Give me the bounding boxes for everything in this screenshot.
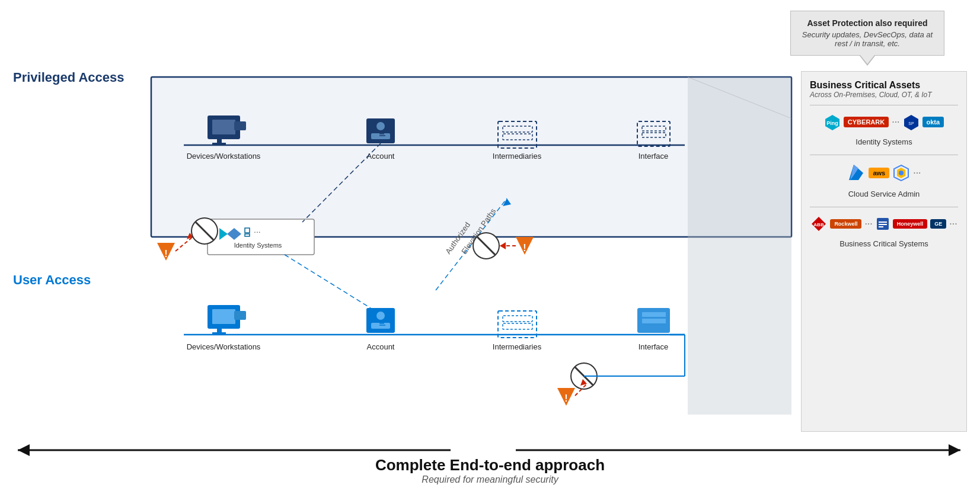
bca-title: Business Critical Assets (810, 80, 958, 91)
svg-rect-49 (366, 308, 395, 333)
svg-line-83 (477, 237, 495, 255)
gcp-icon (892, 164, 910, 182)
svg-rect-63 (208, 219, 314, 255)
svg-rect-43 (208, 305, 240, 329)
identity-more: ··· (892, 117, 899, 127)
ping-icon: Ping (824, 114, 841, 130)
svg-rect-51 (371, 323, 390, 329)
svg-rect-56 (503, 316, 532, 322)
bottom-section: Complete End-to-end approach Required fo… (0, 456, 980, 485)
svg-marker-73 (503, 198, 511, 206)
svg-rect-35 (503, 134, 532, 140)
identity-systems-section: Ping CYBERARK ··· SP okta Identity Syste… (810, 110, 958, 146)
svg-line-80 (175, 237, 193, 251)
svg-rect-45 (217, 329, 222, 332)
bcs-icon1 (876, 217, 890, 231)
svg-text:Identity Systems: Identity Systems (234, 242, 282, 249)
svg-marker-100 (949, 444, 960, 456)
svg-point-88 (571, 363, 597, 389)
sailpoint-icon: SP (903, 114, 920, 130)
svg-line-71 (285, 255, 371, 308)
svg-rect-44 (212, 309, 235, 324)
svg-point-76 (191, 218, 218, 244)
identity-logos: Ping CYBERARK ··· SP okta (810, 110, 958, 134)
svg-marker-64 (219, 228, 228, 240)
svg-text:Account: Account (367, 152, 395, 161)
cloud-logos: aws ··· (810, 160, 958, 186)
svg-point-50 (376, 312, 385, 320)
svg-text:!: ! (523, 243, 526, 253)
svg-rect-59 (637, 308, 670, 333)
okta-logo: okta (922, 117, 944, 127)
svg-rect-28 (371, 133, 390, 139)
svg-point-27 (376, 122, 385, 130)
callout-title: Asset Protection also required (800, 18, 934, 28)
bottom-sub: Required for meaningful security (0, 474, 980, 485)
svg-text:Authorized: Authorized (443, 220, 472, 256)
svg-marker-78 (157, 243, 175, 261)
bcs-label: Business Critical Systems (810, 239, 958, 248)
svg-rect-61 (642, 319, 666, 323)
svg-line-89 (575, 367, 593, 385)
svg-text:Elevation Paths: Elevation Paths (459, 207, 497, 256)
svg-rect-15 (151, 77, 791, 237)
svg-rect-33 (498, 121, 537, 148)
asset-protection-callout: Asset Protection also required Security … (790, 11, 944, 56)
svg-rect-46 (212, 332, 226, 334)
svg-line-92 (575, 384, 587, 396)
svg-rect-14 (879, 226, 883, 227)
svg-marker-98 (18, 444, 30, 456)
svg-text:Devices/Workstations: Devices/Workstations (187, 152, 261, 161)
svg-line-72 (436, 198, 507, 290)
svg-text:Account: Account (367, 342, 395, 351)
identity-systems-label: Identity Systems (810, 137, 958, 146)
svg-rect-12 (879, 222, 887, 223)
svg-text:!: ! (164, 249, 167, 259)
svg-text:ABB: ABB (814, 222, 825, 227)
bcs-section: ABB Rockwell ··· Honeywell GE ··· Busine… (810, 212, 958, 248)
svg-rect-47 (234, 311, 246, 320)
svg-text:!: ! (564, 393, 567, 403)
svg-marker-87 (500, 242, 506, 249)
honeywell-logo: Honeywell (893, 219, 928, 229)
svg-point-82 (473, 233, 499, 259)
bca-subtitle: Across On-Premises, Cloud, OT, & IoT (810, 91, 958, 99)
callout-body: Security updates, DevSecOps, data at res… (800, 30, 934, 48)
svg-line-70 (302, 143, 381, 222)
svg-rect-67 (245, 234, 250, 236)
ge-logo: GE (930, 219, 946, 229)
svg-rect-24 (234, 121, 246, 130)
svg-text:Intermediaries: Intermediaries (493, 152, 542, 161)
svg-rect-57 (503, 323, 532, 329)
cloud-admin-section: aws ··· Cloud Service Admin (810, 160, 958, 198)
abb-icon: ABB (810, 216, 827, 232)
user-access-label: User Access (13, 272, 91, 288)
svg-marker-81 (187, 233, 193, 239)
svg-point-8 (899, 171, 904, 175)
svg-text:Interface: Interface (639, 342, 669, 351)
cyberark-logo: CYBERARK (844, 117, 889, 127)
svg-marker-65 (227, 228, 241, 240)
svg-rect-39 (642, 133, 666, 137)
bcs-logos: ABB Rockwell ··· Honeywell GE ··· (810, 212, 958, 236)
svg-text:Interface: Interface (639, 152, 669, 161)
svg-marker-93 (580, 379, 587, 386)
bottom-title: Complete End-to-end approach (0, 456, 980, 474)
svg-rect-22 (217, 139, 222, 143)
azure-icon (847, 163, 866, 182)
svg-marker-16 (688, 77, 791, 415)
svg-rect-38 (642, 126, 666, 131)
svg-text:SP: SP (908, 121, 914, 126)
svg-rect-66 (245, 228, 250, 233)
svg-text:Intermediaries: Intermediaries (493, 342, 542, 351)
svg-rect-34 (503, 126, 532, 132)
svg-line-17 (688, 77, 791, 118)
rockwell-logo: Rockwell (830, 219, 861, 229)
svg-rect-60 (642, 312, 666, 317)
aws-logo: aws (869, 168, 889, 178)
svg-rect-21 (212, 120, 235, 134)
cloud-admin-label: Cloud Service Admin (810, 190, 958, 198)
svg-line-77 (196, 222, 213, 240)
bca-panel: Business Critical Assets Across On-Premi… (801, 71, 967, 432)
svg-marker-90 (557, 388, 575, 406)
